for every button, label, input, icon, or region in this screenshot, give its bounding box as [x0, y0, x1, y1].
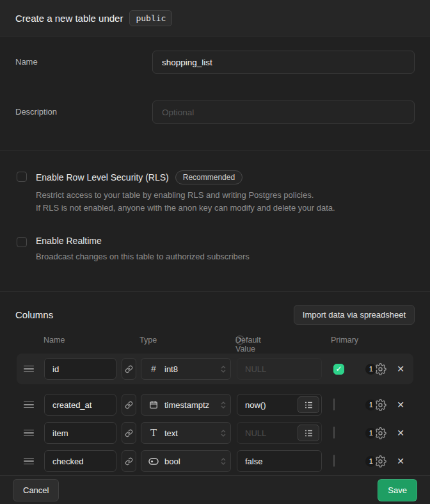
- drag-handle-icon[interactable]: [24, 458, 34, 465]
- column-type-select[interactable]: T text: [141, 422, 231, 444]
- rls-label: Enable Row Level Security (RLS): [36, 172, 169, 183]
- options-section: Enable Row Level Security (RLS) Recommen…: [0, 151, 430, 292]
- create-table-dialog: Create a new table under public Name Des…: [0, 0, 430, 504]
- close-icon: ✕: [397, 400, 404, 410]
- remove-column-button[interactable]: ✕: [395, 398, 406, 411]
- header-name: Name: [44, 336, 65, 345]
- remove-column-button[interactable]: ✕: [395, 455, 406, 467]
- columns-section: Columns Import data via spreadsheet Name…: [0, 292, 430, 475]
- gear-icon: [374, 427, 386, 439]
- help-icon[interactable]: ?: [235, 336, 244, 345]
- drag-handle-icon[interactable]: [24, 366, 34, 373]
- recommended-badge: Recommended: [175, 170, 243, 184]
- header-type: Type: [139, 336, 157, 345]
- column-settings-button[interactable]: [374, 363, 386, 375]
- header-primary: Primary: [331, 336, 358, 345]
- chevron-updown-icon: [220, 430, 227, 437]
- text-type-icon: T: [148, 427, 159, 439]
- primary-checkbox[interactable]: [333, 398, 335, 411]
- settings-count-badge: 1: [365, 456, 376, 467]
- default-value-menu-button[interactable]: [298, 425, 319, 441]
- chevron-updown-icon: [220, 458, 227, 465]
- link-icon: [125, 365, 133, 373]
- column-settings-button[interactable]: [374, 455, 386, 467]
- name-row: Name: [15, 51, 415, 74]
- link-icon: [125, 401, 133, 409]
- gear-icon: [374, 399, 386, 411]
- chevron-updown-icon: [220, 402, 227, 409]
- column-settings-button[interactable]: [374, 427, 386, 439]
- drag-handle-icon[interactable]: [24, 430, 34, 437]
- description-row: Description: [15, 101, 415, 124]
- default-value-input[interactable]: [237, 450, 322, 472]
- default-value-menu-button[interactable]: [298, 396, 319, 413]
- columns-title: Columns: [15, 309, 53, 320]
- realtime-option: Enable Realtime Broadcast changes on thi…: [17, 236, 415, 263]
- column-row: bool 1 ✕: [17, 447, 413, 475]
- settings-count-badge: 1: [365, 400, 376, 411]
- description-label: Description: [15, 101, 152, 117]
- primary-checkbox[interactable]: [333, 427, 335, 439]
- import-spreadsheet-button[interactable]: Import data via spreadsheet: [294, 305, 415, 325]
- name-label: Name: [15, 51, 152, 67]
- link-icon: [125, 429, 133, 437]
- rls-option: Enable Row Level Security (RLS) Recommen…: [17, 170, 415, 215]
- list-icon: [305, 402, 313, 409]
- column-name-input[interactable]: [44, 450, 116, 472]
- realtime-description: Broadcast changes on this table to autho…: [36, 250, 415, 263]
- foreign-key-button[interactable]: [122, 394, 136, 416]
- toggle-icon: [148, 458, 159, 465]
- primary-checkbox[interactable]: [333, 455, 335, 467]
- columns-table-headers: Name Type Default Value ? Primary: [15, 336, 415, 348]
- schema-badge: public: [129, 10, 172, 26]
- primary-checkbox[interactable]: ✓: [333, 364, 344, 375]
- link-icon: [125, 457, 133, 466]
- gear-icon: [374, 363, 386, 375]
- column-row: T text 1 ✕: [17, 419, 413, 447]
- column-name-input[interactable]: [44, 422, 116, 444]
- table-description-input[interactable]: [152, 101, 415, 124]
- dialog-footer: Cancel Save: [0, 475, 430, 504]
- column-name-input[interactable]: [44, 394, 116, 416]
- foreign-key-button[interactable]: [122, 422, 136, 444]
- column-settings-button[interactable]: [374, 399, 386, 411]
- foreign-key-button[interactable]: [122, 450, 136, 472]
- dialog-title: Create a new table under: [15, 13, 123, 24]
- gear-icon: [374, 455, 386, 467]
- column-type-select[interactable]: # int8: [141, 358, 231, 380]
- column-row: timestamptz 1 ✕: [17, 391, 413, 419]
- cancel-button[interactable]: Cancel: [13, 479, 59, 501]
- realtime-checkbox[interactable]: [17, 237, 27, 247]
- column-type-select[interactable]: bool: [141, 450, 231, 472]
- list-icon: [305, 430, 313, 437]
- close-icon: ✕: [397, 456, 404, 466]
- hash-icon: #: [148, 364, 159, 374]
- settings-count-badge: 1: [365, 428, 376, 439]
- column-row: # int8 ✓ 1 ✕: [17, 354, 413, 384]
- close-icon: ✕: [397, 364, 404, 374]
- save-button[interactable]: Save: [378, 479, 417, 501]
- realtime-label: Enable Realtime: [36, 236, 102, 246]
- column-name-input[interactable]: [44, 358, 116, 380]
- foreign-key-button[interactable]: [122, 358, 136, 380]
- calendar-icon: [148, 400, 159, 409]
- column-type-select[interactable]: timestamptz: [141, 394, 231, 416]
- table-info-section: Name Description: [0, 37, 430, 151]
- chevron-updown-icon: [220, 366, 227, 373]
- remove-column-button[interactable]: ✕: [395, 362, 406, 375]
- table-name-input[interactable]: [152, 51, 415, 74]
- rls-description: Restrict access to your table by enablin…: [36, 189, 415, 215]
- drag-handle-icon[interactable]: [24, 402, 34, 409]
- rls-checkbox[interactable]: [17, 172, 27, 182]
- close-icon: ✕: [397, 428, 404, 438]
- default-value-input: [237, 358, 322, 380]
- dialog-header: Create a new table under public: [0, 0, 430, 37]
- remove-column-button[interactable]: ✕: [395, 427, 406, 439]
- settings-count-badge: 1: [365, 364, 376, 375]
